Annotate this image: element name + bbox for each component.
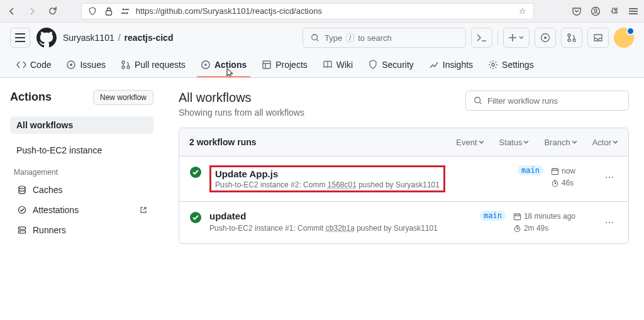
svg-point-32: [19, 231, 20, 232]
run-title: Update App.js: [215, 168, 278, 179]
commit-sha[interactable]: cb32b1a: [326, 224, 355, 233]
filter-branch[interactable]: Branch: [544, 138, 577, 147]
svg-rect-0: [106, 11, 111, 15]
success-icon: [189, 211, 202, 224]
breadcrumb-repo[interactable]: reactjs-cicd: [125, 33, 174, 43]
lock-icon: [103, 6, 114, 17]
avatar[interactable]: [614, 28, 634, 48]
stopwatch-icon: [551, 179, 559, 187]
tab-code[interactable]: Code: [10, 53, 57, 78]
git-pr-icon: [121, 60, 131, 70]
star-icon[interactable]: ☆: [517, 6, 528, 17]
new-workflow-button[interactable]: New workflow: [93, 90, 153, 105]
sidebar-caches[interactable]: Caches: [10, 180, 153, 199]
sidebar-all-workflows[interactable]: All workflows: [10, 116, 153, 134]
sidebar-runners[interactable]: Runners: [10, 221, 153, 240]
tab-actions[interactable]: Actions: [194, 53, 253, 78]
database-icon: [16, 184, 28, 196]
workflow-run-row[interactable]: Update App.js Push-to-EC2 instance #2: C…: [179, 157, 628, 202]
browser-reload-button[interactable]: [45, 4, 59, 18]
browser-forward-button[interactable]: [25, 4, 39, 18]
search-suffix: to search: [358, 33, 391, 43]
book-icon: [323, 60, 333, 70]
browser-toolbar: https://github.com/Suryask1101/reactjs-c…: [0, 0, 644, 23]
search-kbd: /: [346, 33, 354, 42]
extensions-icon[interactable]: [609, 6, 620, 17]
shield-icon: [87, 6, 98, 17]
filter-event[interactable]: Event: [456, 138, 484, 147]
search-icon: [309, 32, 321, 43]
commit-sha[interactable]: 1568c01: [328, 180, 357, 189]
tab-wiki[interactable]: Wiki: [316, 53, 359, 78]
svg-point-3: [126, 12, 128, 14]
tab-issues[interactable]: Issues: [60, 53, 111, 78]
gear-icon: [488, 60, 498, 70]
tab-insights[interactable]: Insights: [423, 53, 479, 78]
command-palette-button[interactable]: [471, 28, 492, 48]
breadcrumb-sep: /: [118, 33, 121, 43]
filter-status[interactable]: Status: [499, 138, 530, 147]
issues-tray-button[interactable]: [535, 28, 556, 48]
success-icon: [189, 166, 202, 179]
svg-rect-10: [15, 33, 25, 35]
tab-security[interactable]: Security: [362, 53, 420, 78]
inbox-button[interactable]: [587, 28, 609, 48]
tab-pull-requests[interactable]: Pull requests: [114, 53, 192, 78]
svg-point-31: [19, 228, 20, 228]
filter-placeholder: Filter workflow runs: [487, 96, 558, 106]
svg-point-26: [492, 63, 494, 65]
page-subtitle: Showing runs from all workflows: [179, 108, 304, 118]
filter-actor[interactable]: Actor: [592, 138, 618, 147]
svg-point-27: [19, 186, 25, 189]
breadcrumb: Suryask1101 / reactjs-cicd: [63, 33, 173, 43]
calendar-icon: [551, 167, 559, 175]
table-icon: [262, 60, 272, 70]
svg-point-17: [568, 39, 570, 41]
search-button[interactable]: Type / to search: [303, 28, 466, 48]
sidebar-management-label: Management: [14, 168, 153, 177]
svg-point-28: [19, 207, 26, 214]
svg-rect-25: [263, 61, 270, 69]
svg-rect-12: [15, 41, 25, 42]
filter-runs-input[interactable]: Filter workflow runs: [465, 91, 629, 111]
external-link-icon: [140, 206, 147, 214]
svg-rect-30: [19, 231, 26, 233]
branch-badge[interactable]: main: [518, 165, 543, 175]
sidebar-workflow-item[interactable]: Push-to-EC2 instance: [10, 141, 153, 159]
pull-requests-tray-button[interactable]: [561, 28, 582, 48]
sidebar-attestations[interactable]: Attestations: [10, 201, 153, 219]
svg-rect-35: [552, 168, 558, 174]
svg-rect-9: [629, 13, 638, 14]
svg-point-15: [544, 36, 547, 39]
browser-back-button[interactable]: [5, 4, 19, 18]
svg-point-20: [70, 63, 72, 66]
run-menu-button[interactable]: ⋯: [601, 168, 618, 186]
workflow-run-row[interactable]: updated Push-to-EC2 instance #1: Commit …: [179, 202, 628, 243]
branch-badge[interactable]: main: [480, 211, 506, 221]
run-menu-button[interactable]: ⋯: [601, 214, 618, 231]
run-count: 2 workflow runs: [189, 137, 257, 147]
sidebar: Actions New workflow All workflows Push-…: [0, 78, 164, 257]
svg-point-1: [122, 8, 124, 10]
create-new-button[interactable]: [503, 28, 530, 48]
breadcrumb-owner[interactable]: Suryask1101: [63, 33, 114, 43]
svg-rect-2: [125, 9, 129, 10]
hamburger-button[interactable]: [10, 28, 30, 48]
tab-settings[interactable]: Settings: [482, 53, 540, 78]
save-pocket-icon[interactable]: [571, 6, 582, 17]
address-bar[interactable]: https://github.com/Suryask1101/reactjs-c…: [81, 3, 534, 19]
svg-rect-8: [629, 11, 638, 12]
search-icon: [472, 95, 484, 106]
svg-point-18: [573, 39, 575, 41]
github-logo[interactable]: [36, 28, 57, 48]
app-menu-icon[interactable]: [628, 6, 639, 17]
svg-rect-7: [629, 8, 638, 9]
svg-point-6: [594, 9, 597, 11]
page-title: All workflows: [179, 91, 304, 105]
tab-projects[interactable]: Projects: [255, 53, 314, 78]
account-icon[interactable]: [590, 6, 601, 17]
svg-rect-38: [514, 214, 520, 219]
issues-icon: [66, 60, 76, 70]
search-label: Type: [325, 33, 342, 43]
url-text: https://github.com/Suryask1101/reactjs-c…: [136, 6, 512, 16]
